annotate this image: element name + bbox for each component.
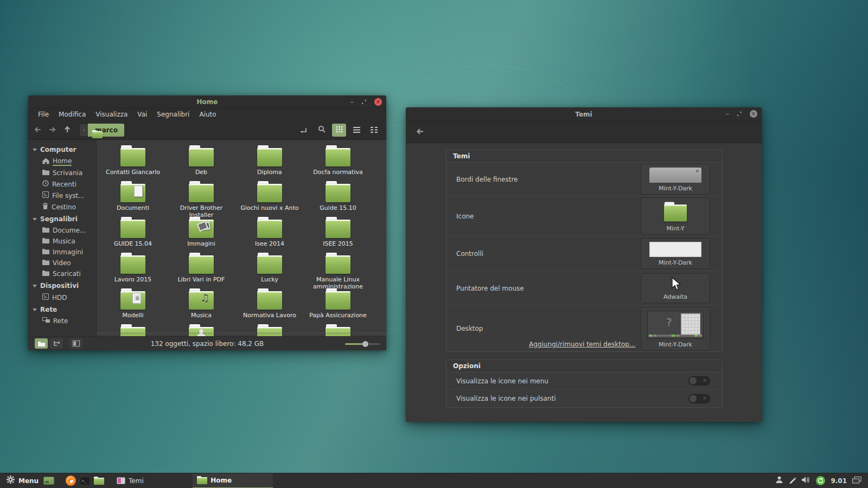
sidebar-item-musica[interactable]: Musica (28, 236, 96, 247)
maximize-icon[interactable] (737, 111, 742, 117)
sidebar-section-header[interactable]: Segnalibri (28, 213, 96, 225)
browser-launcher[interactable] (63, 474, 78, 487)
zoom-slider-knob[interactable] (362, 341, 368, 347)
menu-item-aiuto[interactable]: Aiuto (195, 110, 220, 119)
search-button[interactable] (315, 124, 329, 137)
maximize-icon[interactable] (361, 99, 367, 105)
file-item[interactable]: ISEE 2015 (304, 217, 372, 253)
sidebar-item-video[interactable]: Video (28, 258, 96, 268)
minimize-icon[interactable]: – (726, 111, 730, 117)
taskbar-window-temi[interactable]: Temi (112, 473, 193, 488)
breadcrumb: ‹ marco (79, 124, 124, 137)
menu-button[interactable]: Menu (3, 476, 42, 486)
file-item[interactable]: Normativa Lavoro (235, 288, 304, 324)
up-icon[interactable] (64, 125, 71, 135)
compact-view-button[interactable] (367, 124, 381, 137)
fm-titlebar[interactable]: Home – × (28, 95, 386, 108)
file-item[interactable]: Giochi nuovi x Anto (235, 181, 304, 217)
volume-icon[interactable] (802, 476, 810, 486)
file-item[interactable]: Isee 2014 (235, 217, 304, 253)
close-icon[interactable]: × (750, 110, 757, 118)
file-item[interactable]: Guide 15.10 (304, 181, 372, 217)
toggle-switch[interactable]: × (688, 394, 710, 403)
show-desktop-button[interactable] (42, 474, 56, 487)
file-item[interactable]: Driver Brother Installer (167, 181, 235, 217)
file-item[interactable]: Documenti (99, 181, 167, 217)
file-item[interactable]: Lavoro 2015 (99, 253, 167, 288)
desktop-preview: ? (647, 311, 704, 339)
folder-icon (120, 145, 145, 167)
sidebar-item-scrivania[interactable]: Scrivania (28, 168, 96, 178)
file-item[interactable]: Diploma (235, 145, 304, 181)
sidebar-item-recenti[interactable]: Recenti (28, 178, 96, 190)
themes-window-title: Temi (406, 111, 762, 118)
close-icon[interactable]: × (374, 98, 382, 106)
theme-select-button-puntatore-del-mouse[interactable]: Adwaita (641, 273, 710, 303)
theme-select-button-controlli[interactable]: Mint-Y-Dark (641, 238, 710, 269)
file-item[interactable]: Lucky (235, 253, 304, 288)
sidebar-item-cestino[interactable]: Cestino (28, 201, 96, 213)
sidebar-item-filesyst[interactable]: File syst... (28, 190, 96, 201)
file-item[interactable]: Papà Assicurazione (304, 288, 372, 324)
file-item[interactable] (304, 324, 372, 336)
option-row: Visualizza le icone nei menu× (446, 373, 722, 390)
workspace-windows-icon[interactable] (852, 476, 861, 486)
fm-sidebar: ComputerHomeScrivaniaRecentiFile syst...… (28, 140, 97, 336)
folder-icon (326, 288, 350, 310)
menu-item-file[interactable]: File (34, 110, 53, 119)
tablet-pen-icon[interactable] (789, 476, 796, 486)
file-item[interactable]: Libri Vari in PDF (167, 253, 235, 288)
file-item[interactable]: Contatti Giancarlo (99, 145, 167, 181)
update-manager-icon[interactable] (816, 476, 825, 485)
sidebar-item-docume[interactable]: Docume... (28, 225, 96, 236)
menu-item-modifica[interactable]: Modifica (54, 110, 90, 119)
sidebar-section-header[interactable]: Dispositivi (28, 279, 96, 292)
sidebar-item-rete[interactable]: Rete (28, 316, 96, 326)
clock[interactable]: 9.01 (831, 477, 847, 485)
cursor-arrow-icon (670, 277, 681, 291)
user-applet-icon[interactable] (775, 476, 783, 486)
fm-file-area[interactable]: Contatti GiancarloDebDiplomaDocfa normat… (97, 140, 386, 336)
file-item[interactable]: Immagini (167, 217, 235, 253)
menu-item-vai[interactable]: Vai (133, 110, 151, 119)
sidebar-section-header[interactable]: Rete (28, 303, 96, 316)
theme-select-button-bordi-delle-finestre[interactable]: Mint-Y-Dark (641, 164, 710, 195)
sidebar-item-immagini[interactable]: Immagini (28, 247, 96, 258)
sidebar-item-hdd[interactable]: HDD (28, 292, 96, 303)
file-item[interactable] (167, 324, 235, 336)
file-item[interactable]: Modelli (99, 288, 167, 324)
grid-view-button[interactable] (332, 124, 346, 137)
file-item[interactable]: Manuale Linux amministrazione (304, 253, 372, 288)
back-icon[interactable] (34, 125, 41, 135)
breadcrumb-home-button[interactable]: marco (88, 124, 124, 137)
forward-icon[interactable] (49, 125, 56, 135)
edit-location-button[interactable] (297, 124, 311, 137)
menu-item-segnalibri[interactable]: Segnalibri (152, 110, 194, 119)
taskbar-window-home[interactable]: Home (193, 473, 273, 488)
minimize-icon[interactable]: – (350, 99, 354, 105)
sidebar-item-home[interactable]: Home (28, 156, 96, 168)
sidebar-section-header[interactable]: Computer (28, 143, 96, 156)
zoom-slider[interactable] (345, 341, 380, 347)
list-view-button[interactable] (349, 124, 363, 137)
theme-select-button-desktop[interactable]: ?Mint-Y-Dark (641, 307, 710, 351)
files-launcher[interactable] (92, 474, 106, 487)
themes-titlebar[interactable]: Temi – × (406, 107, 762, 121)
menu-item-visualizza[interactable]: Visualizza (91, 110, 132, 119)
sidebar-item-scaricati[interactable]: Scaricati (28, 268, 96, 279)
theme-select-button-icone[interactable]: Mint-Y (641, 197, 710, 235)
add-remove-desktop-themes-link[interactable]: Aggiungi/rimuovi temi desktop... (529, 341, 635, 348)
breadcrumb-prev-button[interactable]: ‹ (79, 124, 88, 137)
file-item[interactable]: GUIDE 15.04 (99, 217, 167, 253)
toggle-switch[interactable]: × (688, 376, 710, 386)
file-item[interactable]: Docfa normativa (304, 145, 372, 181)
file-item[interactable] (235, 324, 304, 336)
file-name: Musica (191, 312, 212, 319)
file-item[interactable] (99, 324, 167, 336)
terminal-launcher[interactable]: >_ (78, 474, 92, 487)
drive-icon (42, 191, 49, 200)
file-item[interactable]: Deb (167, 145, 235, 181)
back-icon[interactable] (416, 127, 424, 137)
terminal-icon: >_ (80, 477, 90, 485)
file-item[interactable]: ♫Musica (167, 288, 235, 324)
